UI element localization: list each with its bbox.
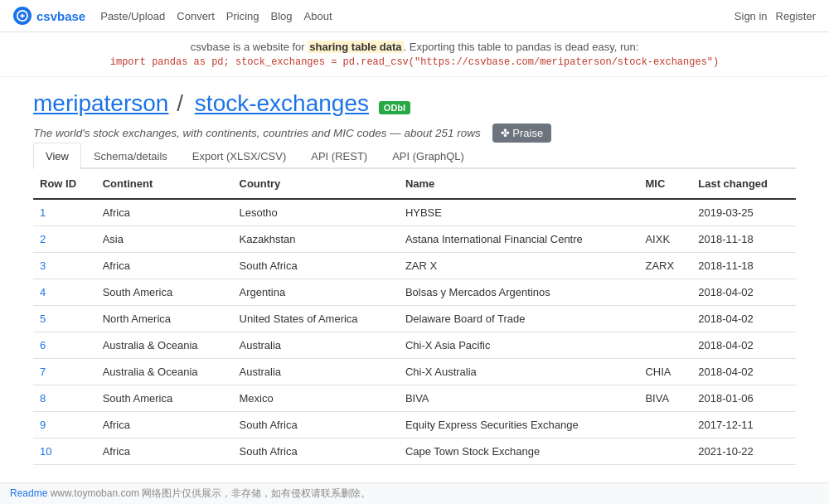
row-id-link[interactable]: 7 bbox=[40, 366, 46, 378]
cell-country: Australia bbox=[233, 332, 399, 359]
cell-continent: Asia bbox=[96, 226, 233, 253]
cell-rowid: 2 bbox=[33, 226, 96, 253]
cell-mic: CHIA bbox=[638, 359, 691, 385]
cell-mic: BIVA bbox=[638, 385, 691, 412]
cell-continent: Australia & Oceania bbox=[96, 332, 233, 359]
logo-icon bbox=[13, 7, 32, 25]
banner: csvbase is a website for sharing table d… bbox=[0, 32, 829, 77]
cell-lastchanged: 2018-04-02 bbox=[691, 306, 796, 332]
table-body: 1 Africa Lesotho HYBSE 2019-03-25 2 Asia… bbox=[33, 199, 796, 465]
tab-export[interactable]: Export (XLSX/CSV) bbox=[180, 143, 298, 169]
cell-country: Lesotho bbox=[233, 199, 399, 226]
cell-rowid: 9 bbox=[33, 412, 96, 439]
sign-in-link[interactable]: Sign in bbox=[734, 10, 768, 22]
cell-continent: North America bbox=[96, 306, 233, 332]
tab-view[interactable]: View bbox=[33, 143, 81, 169]
cell-mic: AIXK bbox=[638, 226, 691, 253]
cell-lastchanged: 2018-01-06 bbox=[691, 385, 796, 412]
tab-api-rest[interactable]: API (REST) bbox=[298, 143, 380, 169]
cell-country: Mexico bbox=[233, 385, 399, 412]
nav-paste-upload[interactable]: Paste/Upload bbox=[100, 10, 165, 22]
row-id-link[interactable]: 2 bbox=[40, 233, 46, 245]
banner-highlight: sharing table data bbox=[308, 41, 403, 53]
data-table: Row ID Continent Country Name MIC Last c… bbox=[33, 169, 796, 465]
cell-country: South Africa bbox=[233, 412, 399, 439]
cell-lastchanged: 2018-04-02 bbox=[691, 279, 796, 306]
register-link[interactable]: Register bbox=[776, 10, 816, 22]
cell-name: Chi-X Australia bbox=[399, 359, 639, 385]
cell-lastchanged: 2021-10-22 bbox=[691, 439, 796, 465]
table-row: 3 Africa South Africa ZAR X ZARX 2018-11… bbox=[33, 253, 796, 279]
banner-text-before: csvbase is a website for bbox=[191, 41, 308, 53]
cell-country: South Africa bbox=[233, 439, 399, 465]
praise-button[interactable]: ✤ Praise bbox=[492, 124, 551, 143]
col-mic: MIC bbox=[638, 169, 691, 199]
user-link[interactable]: meripaterson bbox=[33, 90, 168, 116]
logo-area: csvbase bbox=[13, 7, 85, 25]
subtitle-text: The world's stock exchanges, with contin… bbox=[33, 127, 481, 139]
cell-mic: ZARX bbox=[638, 253, 691, 279]
row-id-link[interactable]: 10 bbox=[40, 445, 51, 458]
cell-lastchanged: 2019-03-25 bbox=[691, 199, 796, 226]
banner-code: import pandas as pd; stock_exchanges = p… bbox=[8, 56, 821, 68]
cell-country: Argentina bbox=[233, 279, 399, 306]
cell-name: Bolsas y Mercados Argentinos bbox=[399, 279, 639, 306]
nav-blog[interactable]: Blog bbox=[271, 10, 293, 22]
brand-name: csvbase bbox=[36, 9, 85, 23]
cell-name: Equity Express Securities Exchange bbox=[399, 412, 639, 439]
watermark-text: www.toymoban.com 网络图片仅供展示，非存储，如有侵权请联系删除。 bbox=[51, 487, 371, 499]
cell-mic bbox=[638, 306, 691, 332]
nav-links: Paste/Upload Convert Pricing Blog About bbox=[100, 10, 332, 22]
cell-country: Australia bbox=[233, 359, 399, 385]
cell-rowid: 3 bbox=[33, 253, 96, 279]
cell-continent: South America bbox=[96, 385, 233, 412]
row-id-link[interactable]: 4 bbox=[40, 286, 46, 298]
tab-api-graphql[interactable]: API (GraphQL) bbox=[380, 143, 477, 169]
cell-name: HYBSE bbox=[399, 199, 639, 226]
table-row: 4 South America Argentina Bolsas y Merca… bbox=[33, 279, 796, 306]
readme-link[interactable]: Readme bbox=[10, 487, 47, 499]
nav-pricing[interactable]: Pricing bbox=[226, 10, 259, 22]
col-continent: Continent bbox=[96, 169, 233, 199]
row-id-link[interactable]: 9 bbox=[40, 419, 46, 431]
cell-lastchanged: 2017-12-11 bbox=[691, 412, 796, 439]
subtitle-row: The world's stock exchanges, with contin… bbox=[33, 124, 796, 143]
top-nav: csvbase Paste/Upload Convert Pricing Blo… bbox=[0, 0, 829, 32]
table-row: 5 North America United States of America… bbox=[33, 306, 796, 332]
table-row: 9 Africa South Africa Equity Express Sec… bbox=[33, 412, 796, 439]
tab-schema[interactable]: Schema/details bbox=[81, 143, 180, 169]
table-link[interactable]: stock-exchanges bbox=[195, 90, 369, 116]
cell-name: BIVA bbox=[399, 385, 639, 412]
cell-continent: Africa bbox=[96, 439, 233, 465]
cell-lastchanged: 2018-11-18 bbox=[691, 253, 796, 279]
cell-rowid: 6 bbox=[33, 332, 96, 359]
row-id-link[interactable]: 3 bbox=[40, 259, 46, 272]
cell-name: Delaware Board of Trade bbox=[399, 306, 639, 332]
table-row: 6 Australia & Oceania Australia Chi-X As… bbox=[33, 332, 796, 359]
cell-rowid: 7 bbox=[33, 359, 96, 385]
cell-continent: Australia & Oceania bbox=[96, 359, 233, 385]
nav-about[interactable]: About bbox=[304, 10, 332, 22]
table-header: Row ID Continent Country Name MIC Last c… bbox=[33, 169, 796, 199]
row-id-link[interactable]: 6 bbox=[40, 339, 46, 351]
row-id-link[interactable]: 5 bbox=[40, 313, 46, 325]
cell-continent: Africa bbox=[96, 253, 233, 279]
page-title-area: meripaterson / stock-exchanges ODbI bbox=[33, 90, 796, 117]
table-row: 7 Australia & Oceania Australia Chi-X Au… bbox=[33, 359, 796, 385]
cell-continent: South America bbox=[96, 279, 233, 306]
row-id-link[interactable]: 1 bbox=[40, 206, 46, 219]
cell-mic bbox=[638, 199, 691, 226]
table-row: 2 Asia Kazakhstan Astana International F… bbox=[33, 226, 796, 253]
col-name: Name bbox=[399, 169, 639, 199]
cell-mic bbox=[638, 412, 691, 439]
cell-continent: Africa bbox=[96, 412, 233, 439]
col-rowid: Row ID bbox=[33, 169, 96, 199]
table-row: 1 Africa Lesotho HYBSE 2019-03-25 bbox=[33, 199, 796, 226]
top-nav-right: Sign in Register bbox=[734, 10, 816, 22]
cell-lastchanged: 2018-11-18 bbox=[691, 226, 796, 253]
table-row: 10 Africa South Africa Cape Town Stock E… bbox=[33, 439, 796, 465]
cell-rowid: 4 bbox=[33, 279, 96, 306]
nav-convert[interactable]: Convert bbox=[177, 10, 215, 22]
row-id-link[interactable]: 8 bbox=[40, 392, 46, 405]
cell-continent: Africa bbox=[96, 199, 233, 226]
